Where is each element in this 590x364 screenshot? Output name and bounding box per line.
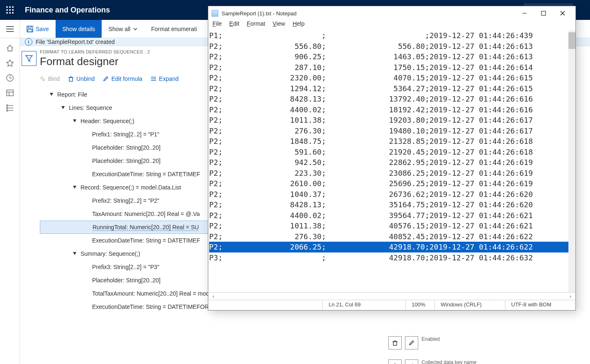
star-icon[interactable]	[6, 59, 14, 67]
trash-icon	[68, 76, 74, 82]
caret-icon[interactable]	[48, 91, 55, 98]
svg-marker-39	[73, 252, 76, 255]
edit-collected-button[interactable]	[405, 359, 418, 364]
vertical-scrollbar[interactable]	[568, 30, 575, 292]
edit-formula-label: Edit formula	[111, 75, 142, 82]
waffle-icon	[6, 6, 14, 14]
text-line: P2; 4400.02; 18192.42;2019-12-27 01:44:2…	[209, 104, 575, 115]
chevron-down-icon	[133, 27, 138, 32]
svg-point-5	[12, 9, 14, 11]
unbind-button[interactable]: Unbind	[68, 75, 95, 82]
close-button[interactable]	[553, 7, 572, 19]
text-line: P2; 591.60; 21920.45;2019-12-27 01:44:26…	[209, 147, 575, 158]
prop-collected-label: Collected data key name	[422, 359, 584, 364]
svg-point-4	[9, 9, 11, 11]
caret-icon[interactable]	[71, 250, 78, 257]
edit-enabled-button[interactable]	[405, 336, 418, 349]
notepad-titlebar[interactable]: SampleReport (1).txt - Notepad	[208, 6, 575, 20]
menu-help[interactable]: Help	[293, 20, 305, 30]
delete-collected-button[interactable]	[388, 359, 402, 364]
text-line: P2; 1011.38; 19203.80;2019-12-27 01:44:2…	[209, 115, 575, 126]
menu-view[interactable]: View	[273, 20, 285, 30]
scroll-thumb[interactable]	[568, 32, 575, 49]
pencil-icon	[103, 76, 109, 82]
svg-point-2	[12, 6, 14, 8]
svg-point-1	[9, 6, 11, 8]
edit-formula-button[interactable]: Edit formula	[103, 75, 142, 82]
prop-row-enabled: Enabled	[388, 336, 584, 349]
text-line: P2; 8428.13; 35164.75;2019-12-27 01:44:2…	[209, 199, 575, 210]
list-icon	[151, 76, 156, 82]
svg-point-0	[6, 6, 8, 8]
show-details-button[interactable]: Show details	[56, 20, 102, 38]
status-encoding: UTF-8 with BOM	[505, 300, 575, 310]
svg-rect-26	[7, 110, 8, 111]
clock-icon[interactable]	[6, 74, 14, 82]
left-rail	[0, 38, 20, 364]
svg-point-7	[9, 12, 11, 14]
svg-point-6	[6, 12, 8, 14]
tree-node-label: RunningTotal: Numeric[20..20] Real = SU	[93, 224, 199, 231]
expand-button[interactable]: Expand	[151, 75, 178, 82]
show-all-label: Show all	[108, 26, 130, 32]
tree-node-label: Header: Sequence(;)	[80, 118, 134, 124]
tree-node-label: Prefix3: String[2..2] = "P3"	[92, 264, 159, 270]
svg-rect-15	[28, 26, 31, 28]
caret-icon[interactable]	[71, 184, 78, 191]
text-line: P2; 2320.00; 4070.15;2019-12-27 01:44:26…	[209, 73, 575, 83]
text-line: P3; ; 42918.70;2019-12-27 01:44:26:632	[209, 252, 575, 263]
svg-marker-37	[73, 119, 76, 122]
text-line: P2; 276.30; 19480.10;2019-12-27 01:44:26…	[209, 126, 575, 136]
caret-icon[interactable]	[60, 104, 66, 111]
workspace-icon[interactable]	[6, 89, 14, 97]
tree-node-label: ExecutionDateTime: String = DATETIMEF	[92, 237, 200, 244]
notepad-window[interactable]: SampleReport (1).txt - Notepad File Edit…	[208, 6, 576, 311]
funnel-icon	[25, 55, 33, 62]
maximize-button[interactable]	[534, 7, 553, 19]
unbind-label: Unbind	[76, 75, 95, 82]
filter-button[interactable]	[22, 51, 37, 66]
tree-node-label: Lines: Sequence	[69, 104, 112, 111]
modules-icon[interactable]	[6, 104, 14, 112]
status-eol: Windows (CRLF)	[434, 300, 505, 310]
svg-rect-19	[7, 90, 13, 96]
notepad-textarea[interactable]: P1; ; ;2019-12-27 01:44:26:439P2; 556.80…	[208, 30, 575, 292]
status-cursor: Ln 21, Col 69	[322, 300, 405, 310]
text-line: P2; 223.30; 23086.25;2019-12-27 01:44:26…	[209, 168, 575, 179]
tree-node-label: TaxAmount: Numeric[20..20] Real = @.Va	[92, 211, 200, 217]
format-enum-button[interactable]: Format enumerati	[144, 20, 203, 38]
text-line: P2; 1848.75; 21328.85;2019-12-27 01:44:2…	[209, 136, 575, 147]
show-details-label: Show details	[62, 26, 95, 32]
scroll-right-icon[interactable]: ›	[570, 293, 571, 299]
app-launcher[interactable]	[0, 0, 20, 20]
text-line: P2; 276.30; 40852.45;2019-12-27 01:44:26…	[209, 231, 575, 242]
prop-enabled-label: Enabled	[422, 336, 584, 342]
show-all-button[interactable]: Show all	[102, 20, 144, 38]
delete-enabled-button[interactable]	[388, 336, 402, 349]
scroll-left-icon[interactable]: ‹	[212, 293, 214, 299]
svg-point-3	[6, 9, 8, 11]
menu-file[interactable]: File	[212, 20, 222, 30]
bind-button[interactable]: Bind	[40, 75, 60, 82]
minimize-button[interactable]	[515, 7, 534, 19]
status-zoom: 100%	[405, 300, 434, 310]
notepad-menu: File Edit Format View Help	[208, 20, 575, 30]
save-button[interactable]: Save	[20, 20, 56, 38]
notification-text: File 'SampleReport.txt' created	[36, 39, 115, 45]
tree-node-label: Prefix2: String[2..2] = "P2"	[92, 197, 159, 204]
horizontal-scrollbar[interactable]: ‹ ›	[208, 292, 575, 300]
caret-icon[interactable]	[71, 118, 78, 124]
text-line: P2; 556.80; 556.80;2019-12-27 01:44:26:6…	[209, 41, 575, 52]
save-label: Save	[36, 26, 49, 32]
maximize-icon	[541, 11, 546, 16]
close-icon	[560, 11, 565, 16]
menu-edit[interactable]: Edit	[229, 20, 239, 30]
tree-node-label: Placeholder: String[20..20]	[92, 144, 161, 151]
tree-node-label: Prefix1: String[2..2] = "P1"	[92, 131, 159, 138]
tree-node-label: Placeholder: String[20..20]	[92, 158, 161, 164]
nav-toggle[interactable]	[0, 20, 20, 38]
menu-format[interactable]: Format	[247, 20, 265, 30]
text-line: P2; 287.10; 1750.15;2019-12-27 01:44:26:…	[209, 62, 575, 73]
svg-marker-28	[26, 56, 32, 61]
home-icon[interactable]	[6, 44, 14, 52]
